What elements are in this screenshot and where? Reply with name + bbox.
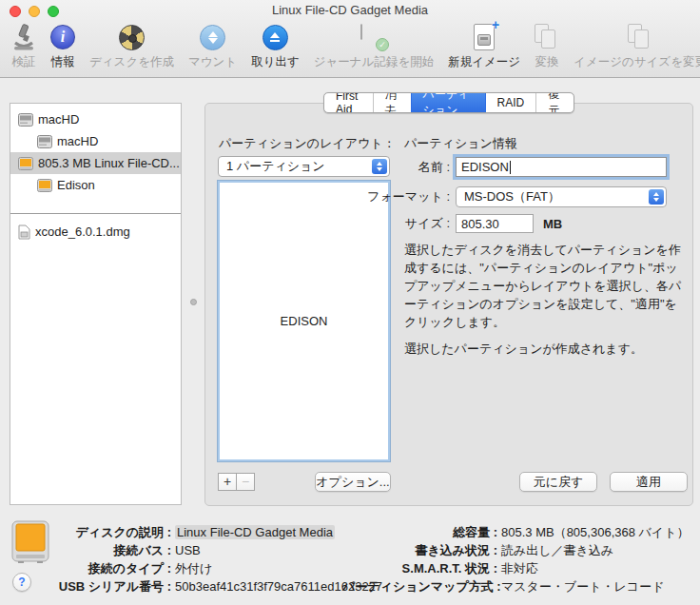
verify-label: 検証 [12, 54, 36, 70]
mount-icon [200, 23, 225, 51]
total-capacity-label: 総容量 : [342, 524, 497, 541]
name-field-label: 名前 : [205, 159, 456, 176]
sidebar-item-label: Edison [57, 178, 95, 192]
name-input-value: EDISON [461, 160, 509, 174]
size-unit-label: MB [543, 217, 562, 231]
partition-box-label: EDISON [281, 314, 328, 328]
partition-note-text: 選択したパーティションが作成されます。 [404, 341, 686, 358]
tab-restore[interactable]: 復元 [535, 93, 574, 112]
tab-first-aid[interactable]: First Aid [324, 93, 373, 112]
burn-label: ディスクを作成 [89, 54, 174, 70]
partition-pane: パーティションのレイアウト： パーティション情報 1 パーティション EDISO… [204, 103, 693, 506]
microscope-icon [11, 23, 36, 51]
sidebar-separator [10, 213, 181, 214]
burn-icon [119, 23, 145, 51]
toolbar: 検証 i 情報 ディスクを作成 マウント 取り出す ✓ [11, 23, 690, 74]
tab-bar: First Aid 消去 パーティション RAID 復元 [323, 92, 574, 113]
resize-image-button: イメージのサイズを変更 [574, 23, 700, 74]
size-input-value: 805.30 [461, 217, 499, 231]
external-disk-icon [18, 157, 33, 170]
format-popup-value: MS-DOS（FAT） [464, 188, 560, 205]
partition-map-scheme-value: マスター・ブート・レコード [501, 578, 664, 595]
sidebar-item-xcode-dmg[interactable]: xcode_6.0.1.dmg [10, 221, 181, 243]
sidebar-item-label: macHD [57, 134, 98, 148]
format-popup[interactable]: MS-DOS（FAT） [456, 186, 667, 207]
partition-help-text: 選択したディスクを消去してパーティションを作成するには、"パーティションのレイア… [404, 241, 686, 331]
tab-raid[interactable]: RAID [485, 93, 536, 112]
new-image-button[interactable]: + 新規イメージ [448, 23, 520, 74]
revert-button[interactable]: 元に戻す [519, 472, 597, 492]
mount-label: マウント [188, 54, 237, 70]
info-row: S.M.A.R.T. 状況 : 非対応 [342, 559, 689, 577]
write-status-label: 書き込み状況 : [342, 542, 497, 559]
sidebar-item-machd-volume[interactable]: macHD [10, 130, 181, 152]
sidebar-item-linux-gadget-device[interactable]: 805.3 MB Linux File-CD... [10, 152, 181, 174]
disk-info-right: 総容量 : 805.3 MB（805,306,368 バイト） 書き込み状況 :… [342, 523, 689, 595]
tab-erase[interactable]: 消去 [373, 93, 411, 112]
info-button[interactable]: i 情報 [50, 23, 75, 74]
journal-label: ジャーナル記録を開始 [314, 54, 434, 70]
size-field-label: サイズ : [205, 215, 456, 232]
burn-button: ディスクを作成 [89, 23, 174, 74]
smart-status-value: 非対応 [501, 560, 538, 577]
info-row: 書き込み状況 : 読み出し／書き込み [342, 541, 689, 559]
text-caret [510, 161, 511, 174]
splitter-handle[interactable] [190, 299, 197, 305]
sidebar-item-label: 805.3 MB Linux File-CD... [38, 156, 180, 170]
connection-type-value: 外付け [175, 560, 212, 577]
resize-image-label: イメージのサイズを変更 [574, 54, 700, 70]
name-input[interactable]: EDISON [456, 157, 667, 177]
new-image-icon: + [474, 23, 495, 51]
info-label: 情報 [51, 54, 75, 70]
verify-button: 検証 [11, 23, 36, 74]
disk-description-value: Linux File-CD Gadget Media [175, 525, 335, 539]
convert-label: 変換 [535, 54, 559, 70]
sidebar-item-edison-volume[interactable]: Edison [10, 174, 181, 196]
disk-image-icon [18, 224, 30, 240]
smart-status-label: S.M.A.R.T. 状況 : [342, 560, 497, 577]
add-partition-button[interactable]: + [218, 473, 237, 491]
write-status-value: 読み出し／書き込み [501, 542, 613, 559]
partition-add-remove-group: + − [218, 473, 255, 491]
mount-button: マウント [188, 23, 237, 74]
journal-disk-icon: ✓ [360, 23, 387, 51]
sidebar-item-machd-device[interactable]: macHD [10, 108, 181, 130]
sidebar-item-label: macHD [38, 112, 79, 127]
eject-label: 取り出す [251, 54, 300, 70]
info-icon: i [50, 23, 75, 51]
partition-layout-title: パーティションのレイアウト： [219, 135, 396, 152]
total-capacity-value: 805.3 MB（805,306,368 バイト） [501, 524, 689, 541]
resize-image-icon [628, 23, 652, 51]
remove-partition-button: − [236, 473, 255, 491]
usb-serial-label: USB シリアル番号 : [36, 578, 171, 595]
partition-map-scheme-label: パーティションマップ方式 : [342, 578, 497, 595]
size-input[interactable]: 805.30 [456, 214, 534, 233]
info-row: パーティションマップ方式 : マスター・ブート・レコード [342, 577, 689, 595]
internal-disk-icon [18, 113, 33, 127]
journal-button: ✓ ジャーナル記録を開始 [314, 23, 434, 74]
connection-bus-label: 接続バス : [36, 542, 171, 559]
convert-button: 変換 [535, 23, 559, 74]
info-row: USB シリアル番号 : 50b3eaf41c31f3f79ca7611ed16… [36, 577, 382, 595]
eject-icon [262, 23, 288, 51]
disk-description-label: ディスクの説明 : [36, 524, 171, 541]
info-row: 総容量 : 805.3 MB（805,306,368 バイト） [342, 523, 689, 541]
internal-disk-icon [37, 135, 52, 148]
options-button[interactable]: オプション... [315, 472, 391, 492]
info-row: 接続バス : USB [36, 541, 382, 559]
external-disk-icon [37, 179, 52, 192]
disk-info-left: ディスクの説明 : Linux File-CD Gadget Media 接続バ… [36, 523, 382, 595]
popup-stepper-icon [649, 189, 664, 205]
help-button[interactable]: ? [12, 573, 31, 592]
device-sidebar: macHD macHD 805.3 MB Linux File-CD... Ed… [10, 103, 182, 505]
format-field-label: フォーマット : [205, 188, 456, 205]
new-image-label: 新規イメージ [448, 54, 520, 70]
connection-type-label: 接続のタイプ : [36, 560, 171, 577]
eject-button[interactable]: 取り出す [251, 23, 300, 74]
tab-partition[interactable]: パーティション [411, 93, 485, 112]
sidebar-item-label: xcode_6.0.1.dmg [35, 224, 130, 239]
connection-bus-value: USB [175, 543, 201, 557]
apply-button[interactable]: 適用 [610, 472, 688, 492]
window-header: Linux File-CD Gadget Media 検証 i 情報 ディスクを… [0, 0, 700, 78]
partition-info-title: パーティション情報 [404, 135, 517, 152]
